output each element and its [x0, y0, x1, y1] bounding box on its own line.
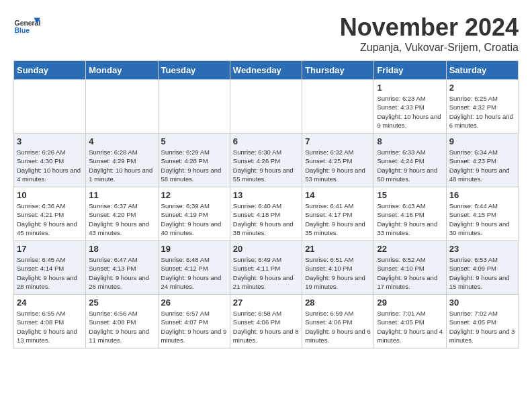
day-info: Sunrise: 6:58 AM Sunset: 4:06 PM Dayligh… — [233, 309, 299, 345]
day-number: 24 — [17, 298, 83, 308]
day-number: 19 — [161, 244, 227, 254]
day-info: Sunrise: 6:45 AM Sunset: 4:14 PM Dayligh… — [17, 255, 83, 291]
day-info: Sunrise: 6:25 AM Sunset: 4:32 PM Dayligh… — [449, 94, 515, 130]
day-number: 9 — [449, 136, 515, 146]
day-number: 18 — [89, 244, 154, 254]
day-number: 12 — [161, 190, 227, 200]
day-number: 20 — [233, 244, 299, 254]
day-cell: 11Sunrise: 6:37 AM Sunset: 4:20 PM Dayli… — [86, 187, 158, 241]
day-info: Sunrise: 6:33 AM Sunset: 4:24 PM Dayligh… — [377, 148, 443, 183]
day-cell — [86, 80, 158, 134]
day-cell: 27Sunrise: 6:58 AM Sunset: 4:06 PM Dayli… — [230, 295, 302, 349]
day-number: 25 — [89, 298, 154, 308]
month-title: November 2024 — [340, 13, 519, 42]
column-header-thursday: Thursday — [302, 61, 374, 80]
day-info: Sunrise: 6:29 AM Sunset: 4:28 PM Dayligh… — [161, 148, 227, 183]
column-header-sunday: Sunday — [14, 61, 86, 80]
day-info: Sunrise: 7:02 AM Sunset: 4:05 PM Dayligh… — [449, 309, 515, 345]
day-cell: 26Sunrise: 6:57 AM Sunset: 4:07 PM Dayli… — [158, 295, 230, 349]
day-cell: 3Sunrise: 6:26 AM Sunset: 4:30 PM Daylig… — [14, 134, 86, 187]
day-number: 4 — [89, 136, 154, 146]
day-info: Sunrise: 6:32 AM Sunset: 4:25 PM Dayligh… — [305, 148, 371, 183]
day-number: 27 — [233, 298, 299, 308]
day-info: Sunrise: 6:49 AM Sunset: 4:11 PM Dayligh… — [233, 255, 299, 291]
day-number: 28 — [305, 298, 371, 308]
day-cell: 23Sunrise: 6:53 AM Sunset: 4:09 PM Dayli… — [446, 241, 518, 295]
day-cell: 6Sunrise: 6:30 AM Sunset: 4:26 PM Daylig… — [230, 134, 302, 187]
day-number: 1 — [377, 83, 443, 93]
day-number: 16 — [449, 190, 515, 200]
day-cell: 14Sunrise: 6:41 AM Sunset: 4:17 PM Dayli… — [302, 187, 374, 241]
day-number: 13 — [233, 190, 299, 200]
day-info: Sunrise: 6:44 AM Sunset: 4:15 PM Dayligh… — [449, 201, 515, 237]
location: Zupanja, Vukovar-Srijem, Croatia — [340, 42, 519, 54]
logo-icon: General Blue — [13, 13, 40, 40]
day-cell: 24Sunrise: 6:55 AM Sunset: 4:08 PM Dayli… — [14, 295, 86, 349]
week-row-1: 1Sunrise: 6:23 AM Sunset: 4:33 PM Daylig… — [14, 80, 519, 134]
day-cell: 13Sunrise: 6:40 AM Sunset: 4:18 PM Dayli… — [230, 187, 302, 241]
day-info: Sunrise: 6:37 AM Sunset: 4:20 PM Dayligh… — [89, 201, 154, 237]
day-cell: 10Sunrise: 6:36 AM Sunset: 4:21 PM Dayli… — [14, 187, 86, 241]
day-cell: 22Sunrise: 6:52 AM Sunset: 4:10 PM Dayli… — [374, 241, 446, 295]
page-header: General Blue November 2024 Zupanja, Vuko… — [13, 13, 519, 54]
day-info: Sunrise: 6:59 AM Sunset: 4:06 PM Dayligh… — [305, 309, 371, 345]
day-number: 30 — [449, 298, 515, 308]
column-header-wednesday: Wednesday — [230, 61, 302, 80]
column-header-friday: Friday — [374, 61, 446, 80]
day-info: Sunrise: 6:26 AM Sunset: 4:30 PM Dayligh… — [17, 148, 83, 183]
day-number: 2 — [449, 83, 515, 93]
day-cell: 8Sunrise: 6:33 AM Sunset: 4:24 PM Daylig… — [374, 134, 446, 187]
day-number: 10 — [17, 190, 83, 200]
day-number: 26 — [161, 298, 227, 308]
day-number: 11 — [89, 190, 154, 200]
day-info: Sunrise: 6:52 AM Sunset: 4:10 PM Dayligh… — [377, 255, 443, 291]
day-cell: 18Sunrise: 6:47 AM Sunset: 4:13 PM Dayli… — [86, 241, 158, 295]
column-header-tuesday: Tuesday — [158, 61, 230, 80]
day-info: Sunrise: 7:01 AM Sunset: 4:05 PM Dayligh… — [377, 309, 443, 345]
day-cell: 4Sunrise: 6:28 AM Sunset: 4:29 PM Daylig… — [86, 134, 158, 187]
week-row-3: 10Sunrise: 6:36 AM Sunset: 4:21 PM Dayli… — [14, 187, 519, 241]
day-cell: 1Sunrise: 6:23 AM Sunset: 4:33 PM Daylig… — [374, 80, 446, 134]
day-info: Sunrise: 6:30 AM Sunset: 4:26 PM Dayligh… — [233, 148, 299, 183]
day-cell: 29Sunrise: 7:01 AM Sunset: 4:05 PM Dayli… — [374, 295, 446, 349]
week-row-4: 17Sunrise: 6:45 AM Sunset: 4:14 PM Dayli… — [14, 241, 519, 295]
week-row-5: 24Sunrise: 6:55 AM Sunset: 4:08 PM Dayli… — [14, 295, 519, 349]
day-cell: 5Sunrise: 6:29 AM Sunset: 4:28 PM Daylig… — [158, 134, 230, 187]
svg-text:Blue: Blue — [15, 27, 30, 34]
day-info: Sunrise: 6:51 AM Sunset: 4:10 PM Dayligh… — [305, 255, 371, 291]
day-number: 23 — [449, 244, 515, 254]
day-cell: 2Sunrise: 6:25 AM Sunset: 4:32 PM Daylig… — [446, 80, 518, 134]
day-info: Sunrise: 6:43 AM Sunset: 4:16 PM Dayligh… — [377, 201, 443, 237]
day-cell: 21Sunrise: 6:51 AM Sunset: 4:10 PM Dayli… — [302, 241, 374, 295]
day-info: Sunrise: 6:40 AM Sunset: 4:18 PM Dayligh… — [233, 201, 299, 237]
day-cell — [158, 80, 230, 134]
column-header-monday: Monday — [86, 61, 158, 80]
day-cell — [14, 80, 86, 134]
title-block: November 2024 Zupanja, Vukovar-Srijem, C… — [340, 13, 519, 54]
header-row: SundayMondayTuesdayWednesdayThursdayFrid… — [14, 61, 519, 80]
day-info: Sunrise: 6:34 AM Sunset: 4:23 PM Dayligh… — [449, 148, 515, 183]
day-cell: 28Sunrise: 6:59 AM Sunset: 4:06 PM Dayli… — [302, 295, 374, 349]
day-number: 21 — [305, 244, 371, 254]
day-cell: 16Sunrise: 6:44 AM Sunset: 4:15 PM Dayli… — [446, 187, 518, 241]
day-number: 8 — [377, 136, 443, 146]
day-number: 7 — [305, 136, 371, 146]
day-number: 17 — [17, 244, 83, 254]
calendar-table: SundayMondayTuesdayWednesdayThursdayFrid… — [13, 60, 519, 349]
week-row-2: 3Sunrise: 6:26 AM Sunset: 4:30 PM Daylig… — [14, 134, 519, 187]
day-info: Sunrise: 6:41 AM Sunset: 4:17 PM Dayligh… — [305, 201, 371, 237]
logo: General Blue — [13, 13, 40, 40]
day-cell: 25Sunrise: 6:56 AM Sunset: 4:08 PM Dayli… — [86, 295, 158, 349]
day-cell: 20Sunrise: 6:49 AM Sunset: 4:11 PM Dayli… — [230, 241, 302, 295]
day-cell: 15Sunrise: 6:43 AM Sunset: 4:16 PM Dayli… — [374, 187, 446, 241]
day-cell: 7Sunrise: 6:32 AM Sunset: 4:25 PM Daylig… — [302, 134, 374, 187]
column-header-saturday: Saturday — [446, 61, 518, 80]
day-cell — [230, 80, 302, 134]
day-info: Sunrise: 6:55 AM Sunset: 4:08 PM Dayligh… — [17, 309, 83, 345]
day-number: 22 — [377, 244, 443, 254]
day-info: Sunrise: 6:28 AM Sunset: 4:29 PM Dayligh… — [89, 148, 154, 183]
day-info: Sunrise: 6:23 AM Sunset: 4:33 PM Dayligh… — [377, 94, 443, 130]
day-cell: 12Sunrise: 6:39 AM Sunset: 4:19 PM Dayli… — [158, 187, 230, 241]
day-info: Sunrise: 6:57 AM Sunset: 4:07 PM Dayligh… — [161, 309, 227, 345]
day-number: 15 — [377, 190, 443, 200]
